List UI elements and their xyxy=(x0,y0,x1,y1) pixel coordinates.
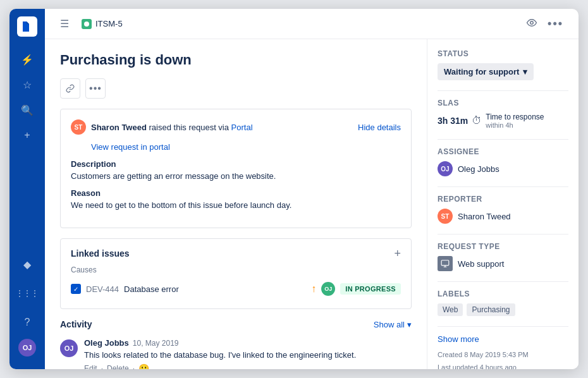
request-type-row: Web support xyxy=(438,256,568,271)
action-separator2: · xyxy=(133,364,135,369)
comment-body: Oleg Jobbs 10, May 2019 This looks relat… xyxy=(84,338,356,369)
reporter-name: Sharon Tweed xyxy=(458,212,511,221)
issue-title: Purchasing is down xyxy=(60,52,412,68)
reason-section: Reason We need to get to the bottom of t… xyxy=(71,188,401,210)
divider5 xyxy=(438,281,568,282)
request-type-section: Request type Web support xyxy=(438,242,568,271)
linked-issue-title: Database error xyxy=(124,284,306,294)
divider2 xyxy=(438,139,568,140)
activity-header: Activity Show all ▾ xyxy=(60,319,412,329)
app-logo[interactable] xyxy=(17,16,37,37)
assignee-name: Oleg Jobbs xyxy=(458,164,499,174)
raised-text: raised this request via xyxy=(149,123,231,132)
nav-service-icon[interactable]: ◆ xyxy=(16,253,39,276)
linked-issues-section: Linked issues + Causes ✓ DEV-444 Databas… xyxy=(60,238,412,309)
divider3 xyxy=(438,186,568,187)
activity-comment: OJ Oleg Jobbs 10, May 2019 This looks re… xyxy=(60,338,412,369)
user-avatar[interactable]: OJ xyxy=(18,339,36,357)
linked-issue-item: ✓ DEV-444 Database error ↑ OJ IN PROGRES… xyxy=(71,278,401,300)
linked-assignee-avatar: OJ xyxy=(321,282,335,296)
nav-help-icon[interactable]: ? xyxy=(16,311,39,334)
label-web[interactable]: Web xyxy=(438,303,463,316)
status-dropdown[interactable]: Waiting for support ▾ xyxy=(438,63,534,80)
linked-issues-header: Linked issues + xyxy=(71,248,401,259)
linked-status-badge: IN PROGRESS xyxy=(340,283,401,295)
description-section: Description Customers are getting an err… xyxy=(71,159,401,181)
description-label: Description xyxy=(71,159,401,169)
hide-details-button[interactable]: Hide details xyxy=(358,123,401,132)
emoji-button[interactable]: 🙂 xyxy=(138,363,149,369)
sla-details: Time to response within 4h xyxy=(486,113,544,129)
nav-home-icon[interactable]: ⚡ xyxy=(16,48,39,71)
view-portal-link[interactable]: View request in portal xyxy=(91,142,401,152)
action-bar: ••• xyxy=(60,78,412,99)
clock-icon: ⏱ xyxy=(472,115,482,126)
activity-section: Activity Show all ▾ OJ Oleg Jobbs 10, Ma… xyxy=(60,319,412,369)
more-button[interactable]: ••• xyxy=(85,78,106,99)
labels-label: Labels xyxy=(438,290,568,298)
nav-apps-icon[interactable]: ⋮⋮⋮ xyxy=(16,282,39,305)
reason-label: Reason xyxy=(71,188,401,198)
svg-rect-2 xyxy=(441,260,449,265)
show-more-button[interactable]: Show more xyxy=(438,334,479,344)
chevron-down-icon: ▾ xyxy=(407,320,412,329)
request-type-icon xyxy=(438,256,453,271)
issue-id: ITSM-5 xyxy=(95,19,123,28)
svg-point-1 xyxy=(530,21,534,24)
assignee-avatar: OJ xyxy=(438,161,453,176)
reporter-section: Reporter ST Sharon Tweed xyxy=(438,195,568,224)
created-text: Created 8 May 2019 5:43 PM xyxy=(438,349,568,362)
causes-label: Causes xyxy=(71,265,401,274)
add-linked-issue-button[interactable]: + xyxy=(394,248,401,259)
link-button[interactable] xyxy=(60,78,80,99)
comment-meta: Oleg Jobbs 10, May 2019 xyxy=(84,338,356,348)
status-value: Waiting for support xyxy=(444,67,519,76)
menu-button[interactable]: ☰ xyxy=(58,15,71,32)
app-window: ⚡ ☆ 🔍 + ◆ ⋮⋮⋮ ? OJ ☰ ITSM-5 xyxy=(9,9,579,369)
delete-comment-link[interactable]: Delete xyxy=(107,364,129,369)
requester-name: Sharon Tweed xyxy=(91,123,147,132)
sla-label: SLAs xyxy=(438,99,568,107)
linked-issues-title: Linked issues xyxy=(71,248,130,259)
nav-create-icon[interactable]: + xyxy=(16,124,39,147)
comment-avatar: OJ xyxy=(60,339,78,357)
rp-meta: Created 8 May 2019 5:43 PM Last updated … xyxy=(438,349,568,369)
topbar: ☰ ITSM-5 ••• xyxy=(45,9,579,39)
portal-link-inline[interactable]: Portal xyxy=(231,123,253,132)
linked-issue-id: DEV-444 xyxy=(86,284,119,294)
status-label: Status xyxy=(438,49,568,58)
issue-type-icon xyxy=(82,19,92,29)
linked-issue-checkbox[interactable]: ✓ xyxy=(71,284,81,294)
requester-info: ST Sharon Tweed raised this request via … xyxy=(71,119,253,135)
label-purchasing[interactable]: Purchasing xyxy=(467,303,515,316)
edit-comment-link[interactable]: Edit xyxy=(84,364,97,369)
assignee-section: Assignee OJ Oleg Jobbs xyxy=(438,147,568,176)
reporter-row: ST Sharon Tweed xyxy=(438,209,568,224)
show-all-button[interactable]: Show all ▾ xyxy=(374,320,412,329)
issue-id-badge: ITSM-5 xyxy=(82,19,123,29)
divider6 xyxy=(438,326,568,327)
svg-point-0 xyxy=(84,21,89,27)
more-actions-button[interactable]: ••• xyxy=(545,15,566,33)
content-area: Purchasing is down ••• ST xyxy=(45,39,579,369)
assignee-row: OJ Oleg Jobbs xyxy=(438,161,568,176)
request-type-label: Request type xyxy=(438,242,568,251)
nav-star-icon[interactable]: ☆ xyxy=(16,73,39,96)
labels-row: Web Purchasing xyxy=(438,303,568,316)
priority-icon: ↑ xyxy=(311,283,316,295)
sla-time: 3h 31m xyxy=(438,116,468,126)
watch-button[interactable] xyxy=(524,15,540,34)
nav-search-icon[interactable]: 🔍 xyxy=(16,99,39,121)
main-content: ☰ ITSM-5 ••• xyxy=(45,9,579,369)
info-card: ST Sharon Tweed raised this request via … xyxy=(60,109,412,228)
right-panel: Status Waiting for support ▾ SLAs 3h 31m… xyxy=(427,39,579,369)
action-separator: · xyxy=(101,364,103,369)
linked-issue-actions: ↑ OJ IN PROGRESS xyxy=(311,282,401,296)
requester-row: ST Sharon Tweed raised this request via … xyxy=(71,119,401,135)
sidebar: ⚡ ☆ 🔍 + ◆ ⋮⋮⋮ ? OJ xyxy=(9,9,45,369)
divider4 xyxy=(438,234,568,235)
sla-response-label: Time to response xyxy=(486,113,544,121)
reporter-label: Reporter xyxy=(438,195,568,204)
sla-sublabel: within 4h xyxy=(486,121,544,129)
request-type-name: Web support xyxy=(458,259,504,269)
